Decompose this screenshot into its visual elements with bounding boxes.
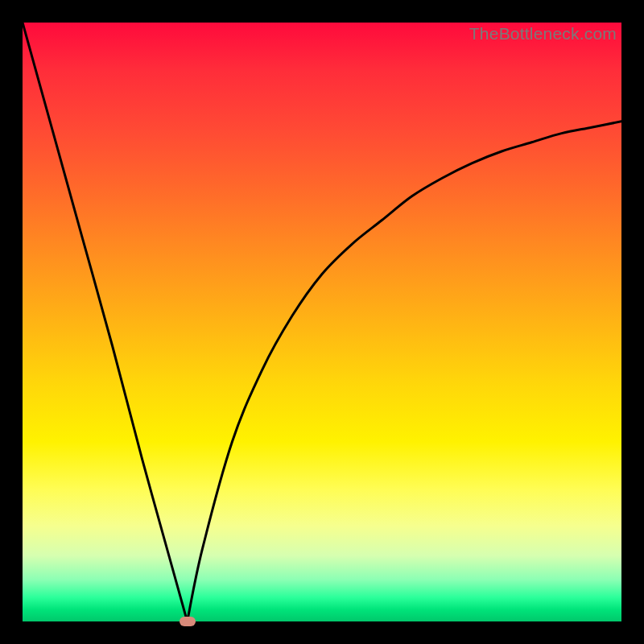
bottleneck-curve: [23, 23, 621, 621]
curve-path: [23, 23, 621, 621]
chart-plot-area: TheBottleneck.com: [23, 23, 621, 621]
minimum-marker: [180, 617, 196, 626]
chart-frame: TheBottleneck.com: [0, 0, 644, 644]
